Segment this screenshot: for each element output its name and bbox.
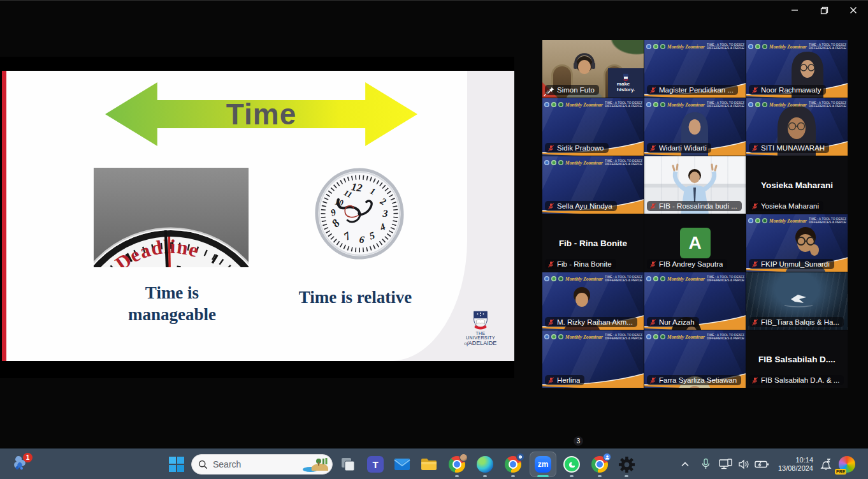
whatsapp-badge: 3: [574, 436, 583, 446]
start-button[interactable]: [168, 449, 185, 479]
participant-tile[interactable]: AFIB Andrey Saputra: [644, 214, 746, 272]
participant-name: FIB Salsabilah D.A. & ...: [761, 376, 839, 384]
mic-muted-icon: [751, 377, 758, 384]
participant-tile[interactable]: Monthly ZoominarTIME : A TOOL TO DESCRIB…: [542, 330, 644, 388]
edge-icon: [477, 456, 493, 473]
zoominar-caption: TIME : A TOOL TO DESCRIBE CULTUREDIFFERE…: [707, 276, 744, 282]
copilot-button[interactable]: PRE: [839, 449, 855, 479]
mic-muted-icon: [751, 203, 758, 210]
teams-button[interactable]: T: [367, 449, 384, 479]
speaker-icon: [738, 459, 751, 470]
tray-clock[interactable]: 10:14 13/08/2024: [772, 449, 813, 479]
virtual-bg-banner: Monthly ZoominarTIME : A TOOL TO DESCRIB…: [544, 99, 642, 110]
whatsapp-button[interactable]: 3: [563, 449, 580, 479]
virtual-bg-banner: Monthly ZoominarTIME : A TOOL TO DESCRIB…: [748, 99, 846, 110]
virtual-bg-banner: Monthly ZoominarTIME : A TOOL TO DESCRIB…: [646, 99, 744, 110]
participant-name: Noor Rachmawaty: [761, 86, 821, 94]
minimize-button[interactable]: [780, 1, 809, 20]
org-logo-icon: [646, 276, 651, 281]
participant-name-badge: FIB Andrey Saputra: [647, 259, 727, 269]
participant-name: FKIP Unmul_Sunardi: [761, 260, 830, 268]
tray-mic-button[interactable]: [701, 449, 711, 479]
participant-tile[interactable]: Monthly ZoominarTIME : A TOOL TO DESCRIB…: [746, 214, 848, 272]
participant-tile[interactable]: Monthly ZoominarTIME : A TOOL TO DESCRIB…: [746, 40, 848, 98]
zoom-app-button[interactable]: zm: [535, 449, 551, 479]
chrome-profile3-button[interactable]: [591, 449, 608, 479]
zoominar-title: Monthly Zoominar: [667, 334, 705, 340]
participant-name: Farra Syarliza Setiawan: [659, 376, 737, 384]
participant-name-badge: Simon Futo: [545, 85, 599, 95]
org-logo-icon: [646, 334, 651, 339]
task-view-button[interactable]: [340, 449, 356, 479]
zoom-window: Time: [0, 0, 868, 479]
participant-name-badge: Sella Ayu Nindya: [545, 201, 617, 211]
zoominar-title: Monthly Zoominar: [769, 218, 807, 224]
participant-tile[interactable]: Monthly ZoominarTIME : A TOOL TO DESCRIB…: [542, 98, 644, 156]
org-logo-icon: [646, 102, 651, 107]
zoominar-title: Monthly Zoominar: [565, 160, 603, 166]
participant-tile[interactable]: FIB - Rossalinda budi ...: [644, 156, 746, 214]
participant-name-badge: Herlina: [545, 375, 584, 385]
university-of-adelaide-logo: THE UNIVERSITY ofADELAIDE: [461, 311, 500, 346]
zoominar-title: Monthly Zoominar: [667, 44, 705, 50]
mic-muted-icon: [649, 203, 656, 210]
zoominar-caption: TIME : A TOOL TO DESCRIBE CULTUREDIFFERE…: [605, 159, 642, 166]
participant-tile[interactable]: Monthly ZoominarTIME : A TOOL TO DESCRIB…: [746, 98, 848, 156]
tray-expand-button[interactable]: [681, 449, 690, 479]
restore-button[interactable]: [809, 1, 839, 20]
make-history-banner: makehistory.: [608, 68, 644, 98]
participant-name-badge: SITI MUNAWARAH: [749, 143, 829, 153]
arrow-label: Time: [226, 97, 297, 131]
virtual-bg-banner: Monthly ZoominarTIME : A TOOL TO DESCRIB…: [544, 332, 642, 342]
tray-battery-button[interactable]: [755, 449, 769, 479]
folder-icon: [421, 457, 437, 471]
org-logo-icon: [544, 160, 549, 165]
tray-cast-button[interactable]: [719, 449, 733, 479]
participant-tile[interactable]: FIB_Tiara Balqis & Ha...: [746, 272, 848, 330]
org-logo-icon: [551, 160, 556, 165]
chrome-profile1-button[interactable]: [449, 449, 465, 479]
participant-tile[interactable]: Monthly ZoominarTIME : A TOOL TO DESCRIB…: [644, 98, 746, 156]
chrome-person-overlay: [603, 453, 611, 461]
running-indicator: [570, 475, 574, 477]
notification-badge: 1: [23, 453, 33, 462]
participant-tile[interactable]: Monthly ZoominarTIME : A TOOL TO DESCRIB…: [644, 40, 746, 98]
participant-name-badge: Magister Pendidikan ...: [647, 85, 738, 95]
edge-button[interactable]: [477, 449, 493, 479]
presentation-slide: Time: [6, 71, 514, 361]
mail-button[interactable]: [394, 449, 410, 479]
org-logo-icon: [653, 276, 658, 281]
tray-notifications-button[interactable]: [820, 449, 832, 479]
teams-icon: T: [367, 456, 384, 473]
participant-tile[interactable]: FIB Salsabilah D....FIB Salsabilah D.A. …: [746, 330, 848, 388]
settings-button[interactable]: [618, 449, 635, 479]
chrome-profile2-button[interactable]: [505, 449, 521, 479]
mic-muted-icon: [649, 377, 656, 384]
participant-tile[interactable]: Yosieka MaharaniYosieka Maharani: [746, 156, 848, 214]
running-indicator: [455, 475, 459, 477]
file-explorer-button[interactable]: [421, 449, 437, 479]
participant-tile[interactable]: Monthly ZoominarTIME : A TOOL TO DESCRIB…: [542, 156, 644, 214]
notification-app-button[interactable]: 1: [11, 449, 28, 479]
virtual-bg-banner: Monthly ZoominarTIME : A TOOL TO DESCRIB…: [646, 274, 744, 284]
zoominar-caption: TIME : A TOOL TO DESCRIBE CULTUREDIFFERE…: [707, 334, 744, 340]
participant-tile[interactable]: Monthly ZoominarTIME : A TOOL TO DESCRIB…: [644, 272, 746, 330]
search-box[interactable]: [191, 454, 333, 475]
search-input[interactable]: [213, 459, 301, 469]
close-button[interactable]: [839, 1, 868, 20]
participant-name-badge: Farra Syarliza Setiawan: [647, 375, 741, 385]
org-logo-icon: [762, 44, 767, 49]
copilot-pre-badge: PRE: [835, 469, 846, 475]
participant-tile[interactable]: makehistory.Simon Futo: [542, 40, 644, 98]
participant-tile[interactable]: Monthly ZoominarTIME : A TOOL TO DESCRIB…: [644, 330, 746, 388]
org-logo-icon: [762, 218, 767, 223]
participant-tile[interactable]: Fib - Rina BoniteFib - Rina Bonite: [542, 214, 644, 272]
participant-tile[interactable]: Monthly ZoominarTIME : A TOOL TO DESCRIB…: [542, 272, 644, 330]
mic-muted-icon: [547, 145, 554, 152]
org-logo-icon: [762, 102, 767, 107]
tray-volume-button[interactable]: [738, 449, 751, 479]
org-logo-icon: [558, 334, 563, 339]
participant-name-badge: Fib - Rina Bonite: [545, 259, 616, 269]
search-highlight-image[interactable]: [301, 456, 329, 473]
participant-name: M. Rizky Raihan Akm...: [557, 318, 633, 326]
